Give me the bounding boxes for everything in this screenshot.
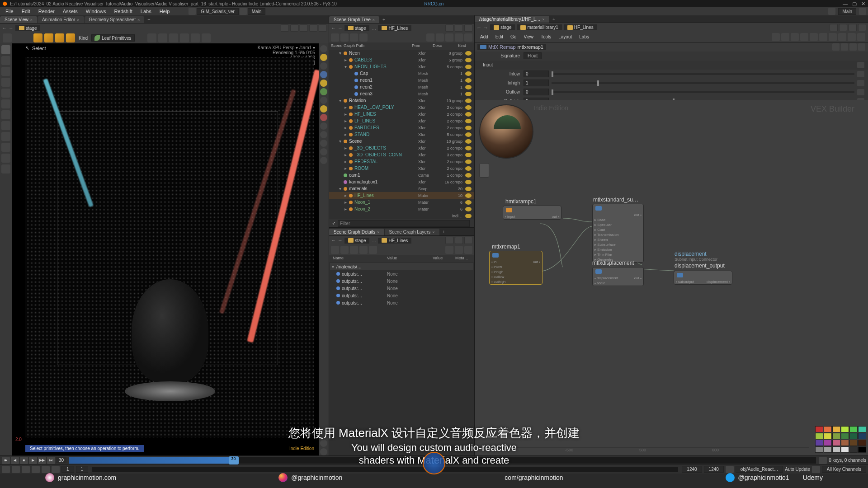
param-outlow-slider[interactable] [552, 91, 854, 93]
nav-back-icon[interactable]: ← [331, 25, 336, 31]
tree-row[interactable]: ▾materialsScop20 [329, 185, 474, 192]
tree-row[interactable]: ▸_3D_OBJECTS_CONNXfor3 compo [329, 151, 474, 158]
ghost-icon[interactable] [320, 88, 327, 95]
list2-icon[interactable] [340, 246, 349, 254]
palette-swatch[interactable] [832, 440, 840, 446]
node-editor-canvas[interactable]: Indie Edition VEX Builder hmtlxrampc1 [475, 100, 868, 455]
breadcrumb-matlib[interactable]: materiallibrary1 [517, 24, 561, 30]
tree-row[interactable]: ▸Neon_1Mater6 [329, 199, 474, 206]
tool-c-icon[interactable] [169, 33, 178, 42]
tree-row[interactable]: ▸PARTICLESXfor2 compo [329, 124, 474, 131]
ne-edit[interactable]: Edit [493, 33, 506, 40]
desktop-select[interactable]: GIM_Solaris_ver [197, 8, 238, 15]
gear-icon[interactable] [464, 33, 472, 42]
move-tool-icon[interactable] [1, 56, 10, 65]
param-signature-select[interactable]: Float [524, 52, 542, 59]
col-kind[interactable]: Kind [456, 42, 474, 50]
breadcrumb-hflines[interactable]: HF_Lines [564, 24, 597, 30]
lock-icon[interactable] [320, 122, 327, 130]
brush-tool-icon[interactable] [1, 99, 10, 108]
param-end-icon[interactable] [857, 71, 864, 77]
palette-swatch[interactable] [824, 446, 832, 453]
detail-row[interactable]: outputs:…None [330, 299, 473, 306]
tab-scene-graph-layers[interactable]: Scene Graph Layers× [385, 229, 439, 235]
key-icon[interactable] [819, 457, 827, 464]
palette-swatch[interactable] [815, 446, 823, 453]
tree-row[interactable]: ▸HF_LinesMater10 [329, 192, 474, 199]
maximize-icon[interactable]: ▢ [852, 1, 857, 7]
param-help-icon[interactable] [858, 43, 865, 51]
tool-b-icon[interactable] [158, 33, 167, 42]
target-icon[interactable] [455, 24, 463, 32]
tab-animation-editor[interactable]: Animation Editor× [38, 16, 84, 23]
palette-swatch[interactable] [815, 433, 823, 439]
lasso-tool-icon[interactable] [1, 89, 10, 98]
node-displacement[interactable]: • displacementout • • scale [592, 267, 644, 286]
palette-swatch[interactable] [849, 446, 858, 453]
nav-fwd-icon[interactable]: → [338, 25, 343, 31]
snapshot-icon[interactable] [300, 24, 308, 32]
take-select-right[interactable]: Main [838, 8, 856, 15]
palette-swatch[interactable] [849, 426, 858, 432]
nav-fwd-icon[interactable]: → [9, 25, 14, 31]
menu-windows[interactable]: Windows [82, 8, 110, 15]
breadcrumb-stage[interactable]: stage [490, 24, 515, 30]
param-tool1-icon[interactable] [832, 43, 840, 51]
palette-swatch[interactable] [841, 440, 849, 446]
collapse-icon[interactable] [331, 33, 339, 42]
view-tool-icon[interactable] [1, 143, 10, 152]
menu-help[interactable]: Help [156, 8, 174, 15]
tab-material-path[interactable]: /stage/materiallibrary1/HF_L…× [475, 16, 549, 23]
ne-tool7-icon[interactable] [829, 33, 837, 41]
pin-icon[interactable] [830, 24, 838, 31]
menu-edit[interactable]: Edit [18, 8, 34, 15]
filter-icon[interactable] [445, 246, 453, 254]
timeline-prev-icon[interactable]: ◀ [11, 457, 19, 464]
menu-redshift[interactable]: Redshift [110, 8, 136, 15]
ne-tool3-icon[interactable] [791, 33, 799, 41]
tree-row[interactable]: ▸CABLESXfor5 group [329, 56, 474, 63]
magnet-tool-icon[interactable] [1, 132, 10, 141]
palette-swatch[interactable] [832, 446, 840, 453]
param-end-icon[interactable] [857, 89, 864, 95]
timeline-stop-icon[interactable]: ■ [20, 457, 28, 464]
ne-tool6-icon[interactable] [819, 33, 827, 41]
ne-tools[interactable]: Tools [538, 33, 554, 40]
target-icon[interactable] [455, 237, 463, 244]
param-inhigh-slider[interactable] [552, 82, 854, 84]
timeline-play-icon[interactable]: ▶ [29, 457, 37, 464]
tree-row[interactable]: neon1Mesh1 [329, 77, 474, 84]
tree-row[interactable]: ▾SceneXfor10 group [329, 138, 474, 145]
select-mode-2-icon[interactable] [44, 33, 53, 42]
ne-add[interactable]: Add [477, 33, 491, 40]
take-select[interactable]: Main [248, 8, 266, 15]
shade-icon[interactable] [320, 62, 327, 70]
param-inlow-slider[interactable] [552, 73, 854, 75]
menu-labs[interactable]: Labs [137, 8, 155, 15]
lock-icon[interactable] [839, 24, 847, 31]
palette-swatch[interactable] [824, 426, 832, 432]
select-tool-icon[interactable] [1, 45, 10, 54]
tree-row[interactable]: ▸HEAD_LOW_POLYXfor2 compo [329, 104, 474, 111]
tool-f-icon[interactable] [202, 33, 211, 42]
cloud-icon[interactable] [828, 8, 835, 15]
filter-input[interactable] [338, 220, 470, 227]
star-icon[interactable] [455, 33, 463, 42]
tree-row[interactable]: ▸STANDXfor5 compo [329, 131, 474, 138]
node-standard-surface[interactable]: out • ▸ Base ▸ Specular ▸ Coat ▸ Transmi… [592, 204, 644, 263]
ne-tool8-icon[interactable] [838, 33, 846, 41]
tab-scene-graph-tree[interactable]: Scene Graph Tree× [329, 16, 379, 23]
timeline-last-icon[interactable]: ⏭ [47, 457, 55, 464]
param-tool2-icon[interactable] [841, 43, 848, 51]
pin-icon[interactable] [445, 24, 453, 32]
inspect-tool-icon[interactable] [1, 154, 10, 163]
wire-icon[interactable] [320, 71, 327, 78]
grid-icon[interactable] [369, 246, 377, 254]
palette-swatch[interactable] [849, 440, 858, 446]
col-prim[interactable]: Prim [410, 42, 431, 50]
scale-tool-icon[interactable] [1, 78, 10, 87]
del-icon[interactable] [359, 33, 368, 42]
palette-swatch[interactable] [858, 440, 866, 446]
select-mode-4-icon[interactable] [66, 33, 75, 42]
list1-icon[interactable] [331, 246, 339, 254]
